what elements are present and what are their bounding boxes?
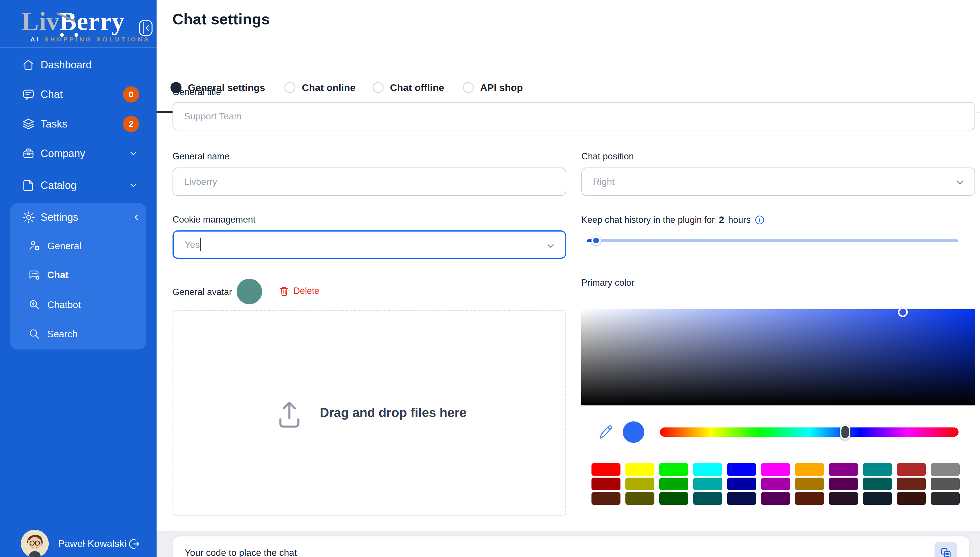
general-title-label: General title (173, 87, 221, 98)
info-icon[interactable] (755, 215, 765, 225)
color-swatch[interactable] (693, 477, 722, 490)
trash-icon (278, 285, 290, 297)
tab-chat-online[interactable]: Chat online (284, 77, 355, 99)
tab-chat-offline[interactable]: Chat offline (373, 77, 444, 99)
current-color-swatch[interactable] (623, 421, 644, 443)
color-swatch[interactable] (625, 463, 654, 476)
color-swatch[interactable] (592, 477, 620, 490)
color-swatch[interactable] (761, 492, 790, 505)
sidebar-item-tasks[interactable]: Tasks 2 (0, 114, 157, 135)
sidebar-item-settings[interactable]: Settings (10, 207, 147, 228)
file-icon (22, 179, 35, 192)
color-swatch[interactable] (829, 492, 858, 505)
general-name-input-field[interactable] (184, 176, 554, 187)
chat-position-value: Right (593, 176, 615, 187)
logo-berry: Berry (59, 7, 125, 35)
pencil-icon[interactable] (597, 423, 613, 440)
gear-icon (22, 210, 36, 224)
color-swatch[interactable] (693, 492, 722, 505)
sidebar-item-settings-chat[interactable]: Chat (10, 265, 147, 285)
chat-history-slider[interactable] (587, 239, 958, 242)
color-swatch[interactable] (931, 477, 960, 490)
sidebar-settings-group: Settings General (10, 203, 147, 350)
sidebar-user-row: Paweł Kowalski (0, 528, 157, 557)
color-swatch[interactable] (795, 477, 824, 490)
color-swatch[interactable] (863, 492, 892, 505)
hue-slider[interactable] (660, 427, 959, 437)
cookie-management-label: Cookie management (173, 215, 256, 225)
color-swatch[interactable] (659, 463, 688, 476)
chevron-down-icon (546, 241, 555, 251)
general-title-input-field[interactable] (184, 111, 964, 122)
sidebar-item-company[interactable]: Company (0, 143, 157, 164)
sidebar: LivBerry AI SHOPPING SOLUTIONS Dashbo (0, 0, 157, 557)
cookie-management-select[interactable]: Yes (173, 230, 566, 259)
chat-count-badge: 0 (123, 86, 139, 103)
upload-icon (272, 396, 307, 430)
color-swatch[interactable] (829, 463, 858, 476)
sidebar-item-label: Dashboard (41, 59, 91, 71)
color-swatch[interactable] (795, 463, 824, 476)
color-swatch[interactable] (761, 463, 790, 476)
color-gradient-area[interactable] (581, 309, 975, 406)
color-swatch[interactable] (693, 463, 722, 476)
user-gear-icon (28, 239, 41, 252)
color-swatch[interactable] (897, 463, 926, 476)
color-gradient-marker[interactable] (898, 307, 908, 317)
color-swatch[interactable] (727, 492, 756, 505)
hue-slider-thumb[interactable] (840, 425, 850, 440)
logout-icon[interactable] (127, 537, 141, 550)
sidebar-item-label: Catalog (41, 179, 77, 192)
color-swatch[interactable] (761, 477, 790, 490)
color-swatch[interactable] (863, 477, 892, 490)
sidebar-item-dashboard[interactable]: Dashboard (0, 54, 157, 75)
color-swatch[interactable] (727, 477, 756, 490)
color-swatch[interactable] (659, 477, 688, 490)
text-caret (201, 238, 201, 251)
sidebar-item-chat[interactable]: Chat 0 (0, 84, 157, 105)
color-swatch[interactable] (829, 477, 858, 490)
tab-label: API shop (480, 82, 523, 93)
sidebar-item-settings-search[interactable]: Search (10, 324, 147, 345)
primary-color-label: Primary color (581, 278, 634, 288)
chat-code-card: Your code to place the chat (173, 536, 969, 557)
copy-code-button[interactable] (934, 542, 957, 557)
chat-history-suffix: hours (728, 215, 751, 225)
color-swatch[interactable] (592, 463, 620, 476)
color-swatch[interactable] (897, 477, 926, 490)
app-logo[interactable]: LivBerry AI SHOPPING SOLUTIONS (22, 9, 150, 43)
tab-api-shop[interactable]: API shop (463, 77, 523, 99)
general-name-input[interactable] (173, 168, 566, 196)
color-swatch[interactable] (592, 492, 620, 505)
dropzone-text: Drag and drop files here (320, 406, 466, 420)
color-swatch[interactable] (625, 492, 654, 505)
color-swatch[interactable] (931, 463, 960, 476)
sidebar-item-settings-general[interactable]: General (10, 236, 147, 256)
delete-avatar-button[interactable]: Delete (278, 285, 320, 297)
chevron-left-icon (132, 213, 141, 222)
color-swatch[interactable] (795, 492, 824, 505)
tab-label: Chat online (302, 82, 355, 93)
general-title-input[interactable] (173, 102, 975, 130)
user-avatar[interactable] (21, 530, 49, 557)
sidebar-item-catalog[interactable]: Catalog (0, 175, 157, 196)
slider-thumb[interactable] (592, 236, 601, 245)
color-swatch[interactable] (625, 477, 654, 490)
sidebar-collapse-icon[interactable] (138, 19, 154, 36)
general-avatar-preview[interactable] (236, 279, 262, 304)
chat-position-select[interactable]: Right (581, 168, 975, 196)
file-dropzone[interactable]: Drag and drop files here (173, 310, 566, 516)
color-swatch[interactable] (931, 492, 960, 505)
chat-bubble-icon (22, 88, 35, 101)
chat-history-label: Keep chat history in the plugin for 2 ho… (581, 215, 765, 225)
sidebar-divider (0, 47, 157, 47)
sidebar-item-label: General (47, 241, 81, 252)
color-swatch[interactable] (863, 463, 892, 476)
color-swatch[interactable] (659, 492, 688, 505)
color-swatch[interactable] (727, 463, 756, 476)
chat-history-prefix: Keep chat history in the plugin for (581, 215, 715, 225)
color-swatch[interactable] (897, 492, 926, 505)
delete-label: Delete (294, 286, 320, 296)
sidebar-item-label: Chatbot (47, 300, 81, 310)
sidebar-item-settings-chatbot[interactable]: Chatbot (10, 295, 147, 315)
